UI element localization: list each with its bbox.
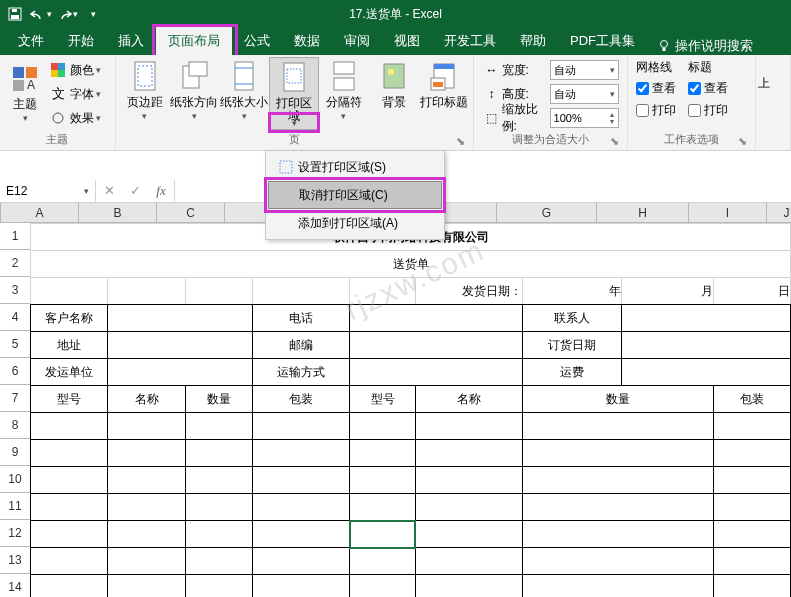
gridlines-label: 网格线 [636, 59, 676, 76]
svg-rect-7 [13, 80, 24, 91]
svg-rect-10 [58, 63, 65, 70]
row-header[interactable]: 2 [0, 250, 30, 277]
group-sheet-options: 网格线 查看 打印 标题 查看 打印 工作表选项⬊ [628, 55, 755, 150]
tell-me[interactable]: 操作说明搜索 [657, 37, 753, 55]
col-header[interactable]: J [767, 203, 791, 222]
clear-print-area-item[interactable]: 取消打印区域(C) [268, 181, 442, 209]
tab-page-layout[interactable]: 页面布局 [156, 27, 232, 55]
background-icon [376, 59, 412, 95]
tab-help[interactable]: 帮助 [508, 27, 558, 55]
name-box[interactable]: E12▾ [0, 180, 96, 202]
scale-icon: ⬚ [482, 111, 502, 125]
colors-icon [49, 61, 67, 79]
group-label-scale: 调整为合适大小⬊ [478, 130, 624, 150]
svg-rect-17 [189, 62, 207, 76]
size-button[interactable]: 纸张大小▾ [219, 57, 269, 130]
col-header[interactable]: I [689, 203, 767, 222]
width-select[interactable]: 自动▾ [550, 60, 620, 80]
cancel-icon[interactable]: ✕ [96, 183, 122, 198]
row-header[interactable]: 10 [0, 466, 30, 493]
group-arrange: 上 [756, 55, 791, 150]
print-titles-button[interactable]: 打印标题 [419, 57, 469, 130]
print-area-menu: 设置打印区域(S) 取消打印区域(C) 添加到打印区域(A) [265, 150, 445, 240]
dialog-launcher-icon[interactable]: ⬊ [608, 135, 621, 148]
fonts-button[interactable]: 文字体▾ [49, 83, 111, 105]
row-header[interactable]: 4 [0, 304, 30, 331]
scale-input[interactable]: 100%▲▼ [550, 108, 620, 128]
colors-button[interactable]: 颜色▾ [49, 59, 111, 81]
gridlines-print-checkbox[interactable]: 打印 [636, 100, 676, 120]
row-header[interactable]: 3 [0, 277, 30, 304]
col-header[interactable]: G [497, 203, 597, 222]
print-titles-icon [426, 59, 462, 95]
row-header[interactable]: 5 [0, 331, 30, 358]
save-icon[interactable] [4, 3, 26, 25]
row-header[interactable]: 13 [0, 547, 30, 574]
col-header[interactable]: C [157, 203, 225, 222]
svg-rect-24 [334, 78, 354, 90]
select-all-corner[interactable] [0, 203, 1, 222]
tab-formulas[interactable]: 公式 [232, 27, 282, 55]
height-icon: ↕ [482, 87, 502, 101]
col-header[interactable]: A [1, 203, 79, 222]
headings-view-checkbox[interactable]: 查看 [688, 78, 728, 98]
undo-icon[interactable]: ▾ [30, 3, 52, 25]
tab-data[interactable]: 数据 [282, 27, 332, 55]
row-header[interactable]: 1 [0, 223, 30, 250]
headings-print-checkbox[interactable]: 打印 [688, 100, 728, 120]
set-area-icon [274, 159, 298, 175]
enter-icon[interactable]: ✓ [122, 183, 148, 198]
svg-rect-31 [280, 161, 292, 173]
fx-icon[interactable]: fx [148, 183, 174, 199]
data-table[interactable]: 软件自学网网络科技有限公司送货单发货日期：年月日客户名称电话联系人地址邮编订货日… [30, 223, 791, 597]
dialog-launcher-icon[interactable]: ⬊ [454, 135, 467, 148]
svg-rect-12 [58, 70, 65, 77]
svg-rect-6 [26, 67, 37, 78]
row-header[interactable]: 8 [0, 412, 30, 439]
themes-button[interactable]: A 主题▾ [5, 59, 45, 127]
row-header[interactable]: 12 [0, 520, 30, 547]
add-print-area-item[interactable]: 添加到打印区域(A) [268, 209, 442, 237]
row-header[interactable]: 9 [0, 439, 30, 466]
ribbon-tabs: 文件 开始 插入 页面布局 公式 数据 审阅 视图 开发工具 帮助 PDF工具集… [0, 28, 791, 55]
breaks-button[interactable]: 分隔符▾ [319, 57, 369, 130]
margins-icon [127, 59, 163, 95]
row-header[interactable]: 6 [0, 358, 30, 385]
svg-rect-28 [434, 64, 454, 69]
svg-point-3 [661, 41, 668, 48]
dialog-launcher-icon[interactable]: ⬊ [736, 135, 749, 148]
row-header[interactable]: 14 [0, 574, 30, 597]
customize-qat-icon[interactable]: ▾ [82, 3, 104, 25]
ribbon: A 主题▾ 颜色▾ 文字体▾ 效果▾ 主题 页边距▾ 纸张方向▾ 纸张大小▾ 打… [0, 55, 791, 151]
tab-review[interactable]: 审阅 [332, 27, 382, 55]
bring-forward-button[interactable]: 上 [758, 57, 788, 92]
tab-developer[interactable]: 开发工具 [432, 27, 508, 55]
svg-rect-11 [51, 70, 58, 77]
col-header[interactable]: B [79, 203, 157, 222]
group-scale: ↔宽度:自动▾ ↕高度:自动▾ ⬚缩放比例:100%▲▼ 调整为合适大小⬊ [474, 55, 629, 150]
gridlines-view-checkbox[interactable]: 查看 [636, 78, 676, 98]
height-select[interactable]: 自动▾ [550, 84, 620, 104]
group-label-sheet-options: 工作表选项⬊ [632, 130, 750, 150]
row-header[interactable]: 11 [0, 493, 30, 520]
tab-home[interactable]: 开始 [56, 27, 106, 55]
svg-rect-2 [12, 9, 17, 12]
set-print-area-item[interactable]: 设置打印区域(S) [268, 153, 442, 181]
margins-button[interactable]: 页边距▾ [120, 57, 170, 130]
effects-button[interactable]: 效果▾ [49, 107, 111, 129]
fonts-icon: 文 [49, 85, 67, 103]
print-area-dropdown[interactable]: ▾ [270, 114, 318, 131]
svg-text:A: A [27, 78, 35, 92]
group-label-page-setup: 页⬊ [120, 130, 469, 150]
print-area-icon [276, 60, 312, 96]
tab-pdf[interactable]: PDF工具集 [558, 27, 647, 55]
redo-icon[interactable]: ▾ [56, 3, 78, 25]
tab-file[interactable]: 文件 [6, 27, 56, 55]
background-button[interactable]: 背景 [369, 57, 419, 130]
print-area-button[interactable]: 打印区域 ▾ [269, 57, 319, 130]
orientation-button[interactable]: 纸张方向▾ [169, 57, 219, 130]
tab-insert[interactable]: 插入 [106, 27, 156, 55]
row-header[interactable]: 7 [0, 385, 30, 412]
col-header[interactable]: H [597, 203, 689, 222]
tab-view[interactable]: 视图 [382, 27, 432, 55]
